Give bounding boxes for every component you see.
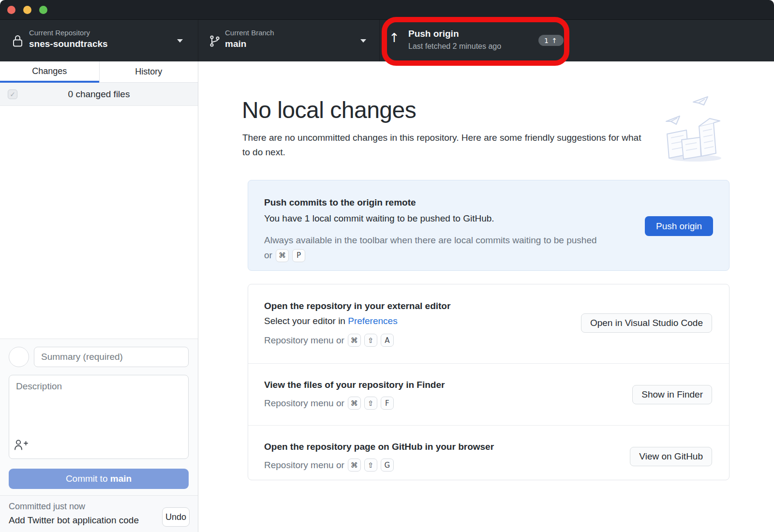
page-title: No local changes bbox=[242, 97, 416, 123]
chevron-down-icon bbox=[360, 39, 366, 43]
chevron-down-icon bbox=[177, 39, 183, 43]
suggestion-line: Select your editor in Preferences bbox=[264, 316, 450, 326]
suggestion-row-finder: View the files of your repository in Fin… bbox=[248, 363, 729, 425]
tab-history[interactable]: History bbox=[99, 61, 198, 83]
empty-state-illustration bbox=[661, 90, 726, 166]
suggestion-row-github: Open the repository page on GitHub in yo… bbox=[248, 425, 729, 480]
description-input[interactable] bbox=[9, 375, 189, 459]
sidebar: Changes History ✓ 0 changed files Commit… bbox=[0, 61, 198, 532]
suggestion-hint: Repository menu or⌘⇧A bbox=[264, 334, 450, 347]
avatar bbox=[9, 347, 29, 367]
toolbar: Current Repository snes-soundtracks Curr… bbox=[0, 20, 774, 61]
app-window: Current Repository snes-soundtracks Curr… bbox=[0, 0, 774, 532]
sidebar-tabs: Changes History bbox=[0, 61, 198, 83]
push-origin-title: Push origin bbox=[408, 29, 501, 39]
git-branch-icon bbox=[208, 34, 221, 50]
page-subtitle: There are no uncommitted changes in this… bbox=[242, 131, 651, 160]
current-repository-label: Current Repository bbox=[29, 29, 108, 37]
key-g: G bbox=[381, 458, 394, 472]
commit-message-text: Add Twitter bot application code bbox=[9, 515, 139, 526]
arrow-up-icon: ↑ bbox=[389, 31, 400, 44]
current-branch-button[interactable]: Current Branch main bbox=[199, 20, 380, 61]
last-commit-row: Committed just now Add Twitter bot appli… bbox=[0, 495, 198, 532]
close-window-button[interactable] bbox=[7, 6, 15, 14]
suggestion-title: Open the repository in your external edi… bbox=[264, 301, 450, 311]
push-origin-button[interactable]: Push origin bbox=[645, 216, 713, 236]
last-fetched-text: Last fetched 2 minutes ago bbox=[408, 42, 501, 51]
commit-status-text: Committed just now bbox=[9, 502, 85, 512]
changed-files-row: ✓ 0 changed files bbox=[0, 83, 198, 106]
changed-files-count: 0 changed files bbox=[0, 83, 198, 105]
suggestion-hint: Repository menu or⌘⇧G bbox=[264, 458, 494, 472]
minimize-window-button[interactable] bbox=[23, 6, 31, 14]
key-shift: ⇧ bbox=[364, 334, 377, 347]
push-panel-body: You have 1 local commit waiting to be pu… bbox=[264, 213, 598, 224]
current-branch-label: Current Branch bbox=[225, 29, 274, 37]
lock-icon bbox=[12, 34, 24, 50]
add-coauthor-icon[interactable] bbox=[14, 439, 28, 453]
key-a: A bbox=[381, 334, 394, 347]
key-f: F bbox=[381, 397, 394, 410]
key-cmd: ⌘ bbox=[348, 334, 361, 347]
key-cmd: ⌘ bbox=[348, 458, 361, 472]
commit-form: Commit to main bbox=[0, 339, 198, 495]
commit-branch-name: main bbox=[110, 473, 132, 484]
key-shift: ⇧ bbox=[364, 397, 377, 410]
push-suggestion-panel: Push commits to the origin remote You ha… bbox=[248, 180, 729, 271]
commits-ahead-badge: 1 ↑ bbox=[538, 35, 564, 46]
macos-titlebar bbox=[0, 0, 774, 20]
key-cmd: ⌘ bbox=[276, 249, 289, 262]
push-origin-toolbar-button[interactable]: ↑ Push origin Last fetched 2 minutes ago… bbox=[380, 20, 563, 61]
main-content: No local changes There are no uncommitte… bbox=[199, 61, 774, 532]
current-repository-value: snes-soundtracks bbox=[29, 39, 108, 49]
suggestion-title: View the files of your repository in Fin… bbox=[264, 380, 445, 390]
key-p: P bbox=[292, 249, 305, 262]
preferences-link[interactable]: Preferences bbox=[348, 316, 397, 326]
open-in-editor-button[interactable]: Open in Visual Studio Code bbox=[581, 313, 712, 333]
suggestion-hint: Repository menu or⌘⇧F bbox=[264, 397, 445, 410]
undo-button[interactable]: Undo bbox=[162, 507, 190, 527]
key-cmd: ⌘ bbox=[348, 397, 361, 410]
show-in-finder-button[interactable]: Show in Finder bbox=[632, 385, 712, 404]
tab-changes[interactable]: Changes bbox=[0, 61, 99, 83]
current-branch-value: main bbox=[225, 39, 274, 49]
suggestion-row-editor: Open the repository in your external edi… bbox=[248, 284, 729, 363]
push-panel-hint: Always available in the toolbar when the… bbox=[264, 233, 598, 263]
commit-to-main-button[interactable]: Commit to main bbox=[9, 469, 189, 489]
summary-input[interactable] bbox=[34, 347, 189, 367]
push-panel-title: Push commits to the origin remote bbox=[264, 197, 598, 208]
zoom-window-button[interactable] bbox=[39, 6, 47, 14]
current-repository-button[interactable]: Current Repository snes-soundtracks bbox=[0, 20, 198, 61]
suggestion-title: Open the repository page on GitHub in yo… bbox=[264, 442, 494, 452]
key-shift: ⇧ bbox=[364, 458, 377, 472]
suggestions-panel: Open the repository in your external edi… bbox=[248, 284, 729, 480]
view-on-github-button[interactable]: View on GitHub bbox=[630, 447, 712, 466]
